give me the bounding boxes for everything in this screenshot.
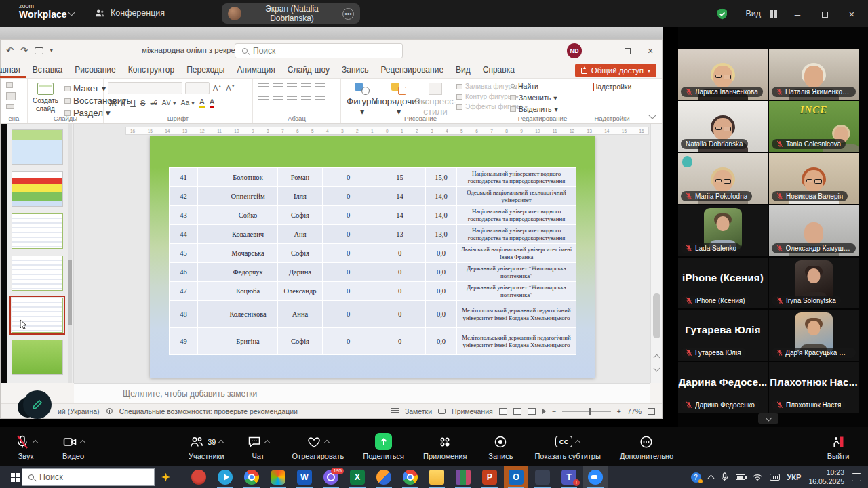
taskbar-chrome-profile-icon[interactable] <box>239 466 264 488</box>
replace-button[interactable]: Заменить ▾ <box>510 94 585 102</box>
react-chevron-icon[interactable] <box>324 439 330 445</box>
ppt-tab-1[interactable]: Главная <box>0 62 26 78</box>
addins-button[interactable]: Надстройки <box>589 82 636 92</box>
ppt-maximize-button[interactable] <box>616 40 639 62</box>
participant-tile[interactable]: Natalia Dobrianska <box>678 101 768 152</box>
show-more-participants-button[interactable] <box>758 413 778 424</box>
bullets-icon[interactable] <box>258 83 269 91</box>
decrease-indent-icon[interactable] <box>287 83 297 91</box>
taskbar-file-explorer-icon[interactable] <box>425 466 449 488</box>
slideshow-icon[interactable] <box>35 47 43 54</box>
account-avatar[interactable]: ND <box>567 43 582 58</box>
wifi-icon[interactable] <box>753 474 762 481</box>
clock[interactable]: 10:23 16.05.2025 <box>808 468 844 485</box>
taskbar-excel-icon[interactable]: X <box>345 466 370 488</box>
reading-view-button[interactable] <box>528 408 536 415</box>
grow-font-icon[interactable]: А▲ <box>212 84 222 92</box>
ppt-tab-11[interactable]: Справка <box>477 62 521 78</box>
normal-view-button[interactable] <box>499 408 507 415</box>
language-indicator[interactable]: УКР <box>787 473 802 481</box>
taskbar-search[interactable]: Поиск <box>22 468 155 486</box>
collapse-ribbon-icon[interactable] <box>648 111 656 119</box>
taskbar-telegram-icon[interactable] <box>213 466 237 488</box>
font-name-select[interactable] <box>108 82 182 94</box>
keyboard-icon[interactable] <box>770 474 780 481</box>
font-color-button[interactable]: А <box>210 98 215 108</box>
zoom-maximize-button[interactable] <box>818 8 831 20</box>
share-screen-button[interactable]: Поделиться <box>363 433 404 460</box>
participants-chevron-icon[interactable] <box>218 439 224 445</box>
zoom-close-button[interactable]: × <box>845 8 859 20</box>
audio-button[interactable]: Звук <box>11 433 41 460</box>
shrink-font-icon[interactable]: А▼ <box>225 84 235 92</box>
leave-button[interactable]: Выйти <box>823 433 853 460</box>
ppt-tab-3[interactable]: Рисование <box>68 62 121 78</box>
ppt-tab-5[interactable]: Переходы <box>180 62 231 78</box>
slide-thumbnail-1[interactable] <box>12 129 63 165</box>
vertical-scrollbar[interactable] <box>650 124 662 383</box>
slide-sorter-view-button[interactable] <box>513 408 521 415</box>
slide-thumbnail-3[interactable] <box>12 214 63 249</box>
subscript-button[interactable]: аб <box>151 100 157 106</box>
scroll-up-icon[interactable] <box>654 354 660 361</box>
participants-button[interactable]: 39 Участники <box>189 433 224 460</box>
undo-icon[interactable]: ↶ <box>6 45 14 56</box>
participant-tile[interactable]: Mariia Pokolodna <box>678 153 768 204</box>
columns-icon[interactable] <box>315 94 326 101</box>
participant-tile[interactable]: Плахотнюк Нас...Плахотнюк Настя <box>769 362 859 413</box>
cut-icon[interactable] <box>6 82 13 88</box>
ppt-tab-10[interactable]: Вид <box>450 62 477 78</box>
taskbar-outlook-icon[interactable]: O <box>504 466 528 488</box>
accessibility-status[interactable]: Специальные возможности: проверьте реком… <box>119 407 298 415</box>
video-button[interactable]: Видео <box>58 433 88 460</box>
reset-button[interactable]: Восстановить <box>64 96 103 106</box>
align-right-icon[interactable] <box>287 94 297 101</box>
slide-thumbnail-6[interactable] <box>12 340 63 375</box>
ppt-tab-8[interactable]: Запись <box>336 62 374 78</box>
ppt-minimize-button[interactable]: – <box>593 40 616 62</box>
taskbar-viber-icon[interactable]: 195 <box>319 466 343 488</box>
slideshow-view-button[interactable] <box>542 408 546 415</box>
ppt-tab-4[interactable]: Конструктор <box>122 62 180 78</box>
captions-button[interactable]: CC Показать субтитры <box>534 433 601 460</box>
captions-chevron-icon[interactable] <box>575 439 580 445</box>
scrollbar-thumb[interactable] <box>653 293 660 338</box>
taskbar-copilot-icon[interactable] <box>266 466 290 488</box>
participant-tile[interactable]: Лариса Іванченкова <box>678 49 768 100</box>
audio-options-chevron-icon[interactable] <box>32 439 37 445</box>
taskbar-chrome-icon[interactable] <box>398 466 422 488</box>
zoom-slider[interactable] <box>562 411 611 412</box>
taskbar-winrar-icon[interactable] <box>451 466 475 488</box>
zoom-percent[interactable]: 77% <box>627 407 642 415</box>
quick-styles-button[interactable]: Экспресс-стили <box>420 82 451 117</box>
bold-button[interactable]: Ж <box>109 99 116 107</box>
record-button[interactable]: Запись <box>486 433 515 460</box>
participant-tile[interactable]: Новикова Валерія <box>769 153 859 204</box>
scroll-down-icon[interactable] <box>654 365 660 372</box>
start-button[interactable] <box>0 466 22 488</box>
participant-tile[interactable]: Гутарева ЮліяГутарева Юлія <box>678 310 768 361</box>
taskbar-calculator-icon[interactable] <box>530 466 555 488</box>
ppt-close-button[interactable]: × <box>639 40 662 62</box>
notes-toggle[interactable]: Заметки <box>405 407 432 415</box>
taskbar-word-icon[interactable]: W <box>292 466 317 488</box>
ppt-tab-6[interactable]: Анимация <box>231 62 281 78</box>
participant-tile[interactable]: Дарина Федосе...Дарина Федосенко <box>678 362 768 413</box>
slide[interactable]: 41БолотнюкРоман01515,0Національний уніве… <box>150 136 595 378</box>
taskbar-powerpoint-icon[interactable]: P <box>477 466 502 488</box>
more-button[interactable]: Дополнительно <box>620 433 673 460</box>
chat-chevron-icon[interactable] <box>264 439 270 445</box>
zoom-in-button[interactable]: + <box>617 407 621 415</box>
participant-tile[interactable]: iPhone (Ксения)iPhone (Ксения) <box>678 258 768 308</box>
ppt-tab-2[interactable]: Вставка <box>26 62 69 78</box>
participant-tile[interactable]: INCETania Colesnicova <box>769 101 859 152</box>
taskbar-media-player-icon[interactable] <box>186 466 211 488</box>
format-painter-icon[interactable] <box>6 104 14 109</box>
react-button[interactable]: Отреагировать <box>292 433 344 460</box>
numbering-icon[interactable] <box>273 83 283 91</box>
select-button[interactable]: Выделить ▾ <box>510 105 585 113</box>
slide-thumbnail-2[interactable] <box>12 171 63 207</box>
comments-toggle[interactable]: Примечания <box>452 407 493 415</box>
change-case-button[interactable]: Аа ▾ <box>181 99 195 106</box>
layout-button[interactable]: Макет ▾ <box>64 83 103 94</box>
